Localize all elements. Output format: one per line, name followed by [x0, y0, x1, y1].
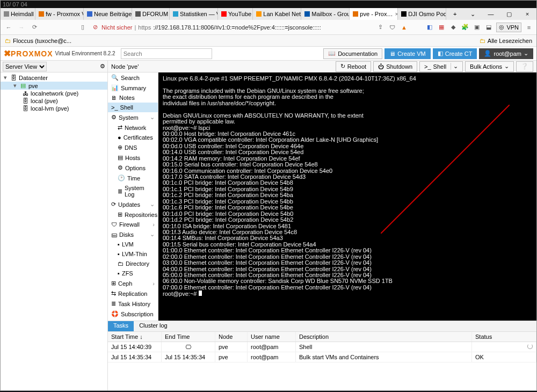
create-ct-button[interactable]: ◧Create CT: [433, 48, 477, 59]
tab-7[interactable]: Mailbox - Grou…: [301, 8, 350, 20]
menu-disks[interactable]: 🖴Disks⌄: [108, 229, 158, 239]
tree-datacenter[interactable]: ▾🗄Datacenter: [1, 74, 107, 82]
menu-zfs[interactable]: ▪ZFS: [108, 268, 158, 278]
chevron-down-icon: ⌄: [150, 114, 155, 121]
global-search-input[interactable]: [121, 48, 212, 59]
tab-9[interactable]: DJI Osmo Pock…: [398, 8, 446, 20]
menu-task-history[interactable]: ≣Task History: [108, 299, 158, 309]
menu-options[interactable]: ⚙Options: [108, 163, 158, 173]
col-node[interactable]: Node: [215, 332, 248, 342]
tab-cluster-log[interactable]: Cluster log: [134, 321, 173, 331]
ext-1-icon[interactable]: ◧: [425, 23, 434, 32]
shell-button[interactable]: >_Shell⌄: [419, 61, 463, 72]
create-vm-button[interactable]: 🖥Create VM: [384, 48, 431, 59]
tab-1[interactable]: fw - Proxmox V…: [35, 8, 84, 20]
maximize-button[interactable]: ▢: [500, 11, 518, 18]
menu-directory[interactable]: 🗀Directory: [108, 259, 158, 268]
menu-lvm-thin[interactable]: ▪LVM-Thin: [108, 249, 158, 259]
storage-icon: 🗄: [22, 105, 28, 112]
chevron-down-icon: ⌄: [504, 63, 509, 70]
all-bookmarks[interactable]: 🗀Alle Lesezeichen: [480, 38, 532, 44]
tab-2[interactable]: Neue Beiträge …: [84, 8, 132, 20]
tree-local[interactable]: 🗄local (pve): [1, 97, 107, 105]
menu-replication[interactable]: ⇆Replication: [108, 288, 158, 299]
menu-icon[interactable]: ≡: [525, 23, 533, 32]
close-window-button[interactable]: ×: [518, 11, 536, 18]
cursor-icon: [199, 291, 202, 296]
tree-local-lvm[interactable]: 🗄local-lvm (pve): [1, 105, 107, 112]
task-row[interactable]: Jul 15 14:40:39 🖵 pve root@pam Shell: [108, 342, 536, 352]
address-bar[interactable]: ⊘ Nicht sicher | https://192.168.178.11:…: [91, 23, 373, 32]
reload-button[interactable]: ⟳: [30, 24, 39, 31]
shell-console[interactable]: Linux pve 6.8.4-2-pve #1 SMP PREEMPT_DYN…: [158, 72, 536, 321]
refresh-icon: ⟳: [111, 201, 116, 208]
menu-notes[interactable]: 🗎Notes: [108, 93, 158, 103]
tab-tasks[interactable]: Tasks: [108, 321, 134, 331]
col-start[interactable]: Start Time ↓: [108, 332, 162, 342]
reboot-button[interactable]: ↻Reboot: [336, 61, 371, 72]
help-button[interactable]: ❔: [516, 61, 533, 72]
bookmark-icon[interactable]: ▯: [78, 24, 88, 31]
menu-certificates[interactable]: ●Certificates: [108, 133, 158, 142]
menu-repositories[interactable]: ⊞Repositories: [108, 209, 158, 220]
ext-2-icon[interactable]: ▦: [437, 23, 446, 32]
menu-network[interactable]: ⇄Network: [108, 122, 158, 133]
new-tab-button[interactable]: +: [446, 11, 463, 17]
menu-dns[interactable]: ⊕DNS: [108, 142, 158, 153]
tab-4[interactable]: Statistiken — Vi…: [170, 8, 218, 20]
tab-8[interactable]: pve - Prox…×: [350, 8, 398, 20]
terminal-icon: >_: [424, 63, 431, 70]
shutdown-button[interactable]: ⏻Shutdown: [373, 61, 417, 72]
brave-icon[interactable]: ▲: [400, 23, 408, 32]
col-end[interactable]: End Time: [162, 332, 215, 342]
vpn-button[interactable]: ◎VPN: [496, 23, 521, 32]
menu-ceph[interactable]: ⊞Ceph›: [108, 278, 158, 288]
monitor-icon: 🖵: [185, 344, 191, 350]
bulk-actions-button[interactable]: Bulk Actions ⌄: [465, 61, 514, 72]
menu-syslog[interactable]: ≣System Log: [108, 183, 158, 199]
tree-node-pve[interactable]: ▾▤pve: [1, 82, 107, 90]
sidebar-icon[interactable]: ▣: [473, 23, 481, 32]
list-tabs-button[interactable]: ⌄: [463, 11, 482, 18]
list-icon: 📊: [111, 84, 119, 91]
download-icon[interactable]: ⬓: [484, 23, 493, 32]
menu-updates[interactable]: ⟳Updates⌄: [108, 199, 158, 209]
menu-time[interactable]: 🕑Time: [108, 173, 158, 183]
logo-x-icon: ✖: [4, 48, 11, 59]
book-icon: 📖: [328, 50, 336, 57]
menu-subscription[interactable]: 🛟Subscription: [108, 309, 158, 319]
menu-system[interactable]: ⚙System⌄: [108, 112, 158, 122]
folder-icon: 🗀: [5, 38, 11, 44]
menu-firewall[interactable]: 🛡Firewall›: [108, 220, 158, 229]
tree-localnetwork[interactable]: 🖧localnetwork (pve): [1, 90, 107, 97]
power-icon: ⏻: [378, 63, 384, 70]
cube-icon: ◧: [438, 50, 443, 57]
forward-button[interactable]: →: [17, 24, 26, 31]
col-status[interactable]: Status: [472, 332, 536, 342]
ext-3-icon[interactable]: ◆: [449, 23, 458, 32]
tab-6[interactable]: Lan Kabel Netz…: [253, 8, 301, 20]
tree-settings-icon[interactable]: ⚙: [100, 63, 105, 70]
terminal-icon: >_: [111, 104, 118, 111]
menu-hosts[interactable]: ▤Hosts: [108, 153, 158, 163]
tab-3[interactable]: DFORUM: [132, 8, 170, 20]
back-button[interactable]: ←: [4, 24, 13, 31]
certificate-icon: ●: [118, 134, 121, 141]
shield-icon[interactable]: 🛡: [388, 23, 396, 32]
tab-0[interactable]: Heimdall: [1, 8, 35, 20]
tab-5[interactable]: YouTube: [218, 8, 253, 20]
user-menu-button[interactable]: 👤root@pam ⌄: [479, 48, 533, 59]
menu-lvm[interactable]: ▪LVM: [108, 239, 158, 249]
task-row[interactable]: Jul 15 14:35:34 Jul 15 14:35:34 pve root…: [108, 352, 536, 362]
col-desc[interactable]: Description: [296, 332, 472, 342]
bookmark-floccus[interactable]: 🗀Floccus (tuxoche@c...: [5, 38, 71, 44]
menu-shell[interactable]: >_Shell: [108, 103, 158, 112]
share-icon[interactable]: ⇪: [376, 23, 384, 32]
docs-button[interactable]: 📖Documentation: [323, 48, 382, 59]
view-mode-select[interactable]: Server View: [3, 62, 47, 71]
menu-search[interactable]: 🔍Search: [108, 72, 158, 83]
menu-summary[interactable]: 📊Summary: [108, 83, 158, 93]
col-user[interactable]: User name: [248, 332, 296, 342]
extensions-icon[interactable]: 🧩: [461, 23, 469, 32]
minimize-button[interactable]: —: [482, 11, 500, 18]
